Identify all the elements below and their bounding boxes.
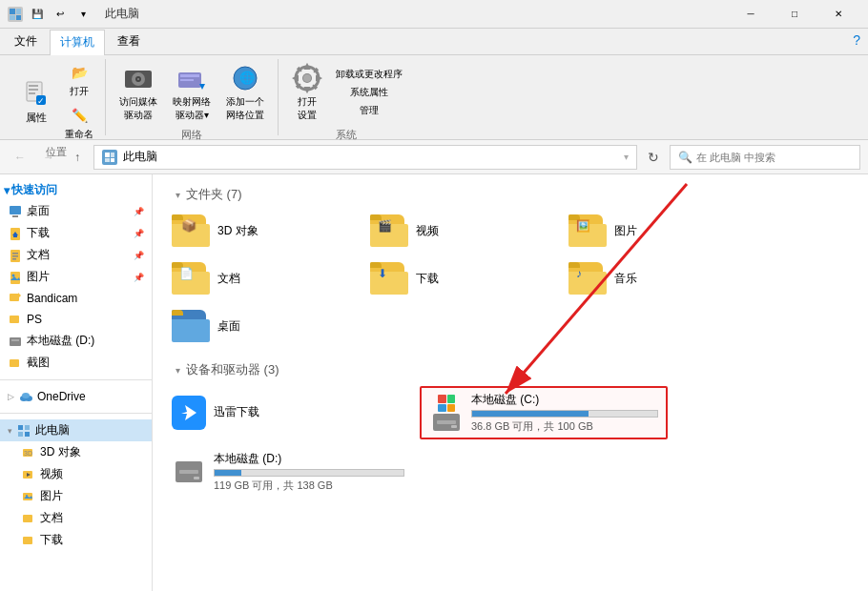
location-group-items: ✓ 属性 📂 打开 ✏️ 重命名 bbox=[15, 59, 97, 143]
pictures2-sidebar-label: 图片 bbox=[40, 488, 144, 504]
sidebar-item-screenshot[interactable]: 截图 bbox=[0, 352, 152, 374]
sidebar-item-ps[interactable]: PS bbox=[0, 309, 152, 330]
svg-rect-1 bbox=[16, 9, 21, 14]
sidebar-item-desktop[interactable]: 桌面 📌 bbox=[0, 200, 152, 222]
folder-desktop-label: 桌面 bbox=[217, 318, 240, 335]
address-dropdown-icon[interactable]: ▾ bbox=[624, 152, 629, 162]
svg-rect-39 bbox=[10, 294, 19, 301]
svg-rect-24 bbox=[111, 153, 114, 157]
folder-item-dl[interactable]: ⬇ 下载 bbox=[362, 258, 553, 298]
close-button[interactable]: ✕ bbox=[816, 0, 860, 29]
sidebar-item-bandicam[interactable]: Bandicam bbox=[0, 288, 152, 309]
up-button[interactable]: ↑ bbox=[65, 145, 90, 170]
svg-marker-40 bbox=[18, 293, 21, 298]
local-d-bar bbox=[215, 470, 241, 476]
sidebar-item-downloads2[interactable]: 下载 bbox=[0, 529, 152, 551]
forward-button[interactable]: → bbox=[36, 145, 61, 170]
qat-customize[interactable]: ▾ bbox=[72, 4, 93, 25]
sidebar-item-this-pc[interactable]: ▾ 此电脑 bbox=[0, 419, 152, 441]
map-network-button[interactable]: 映射网络 驱动器▾ bbox=[167, 59, 217, 126]
svg-rect-33 bbox=[12, 253, 18, 255]
folders-chevron[interactable]: ▾ bbox=[176, 190, 180, 200]
svg-rect-5 bbox=[29, 85, 38, 87]
properties-button[interactable]: ✓ 属性 bbox=[15, 74, 57, 129]
sys-props-button[interactable]: 系统属性 bbox=[332, 84, 406, 101]
device-item-xunlei[interactable]: 迅雷下载 bbox=[164, 386, 412, 439]
devices-chevron[interactable]: ▾ bbox=[176, 365, 180, 376]
pin-icon-pictures: 📌 bbox=[134, 273, 144, 282]
pictures-sidebar-label: 图片 bbox=[27, 269, 128, 285]
rename-label: 重命名 bbox=[65, 128, 93, 141]
app-icon bbox=[8, 7, 23, 22]
folder-item-pic[interactable]: 🖼️ 图片 bbox=[561, 211, 752, 251]
minimize-button[interactable]: ─ bbox=[729, 0, 773, 29]
titlebar-title: 此电脑 bbox=[105, 6, 139, 22]
folder-item-doc[interactable]: 📄 文档 bbox=[164, 258, 355, 298]
device-item-local-d[interactable]: 本地磁盘 (D:) 119 GB 可用，共 138 GB bbox=[164, 447, 412, 497]
svg-rect-51 bbox=[25, 432, 30, 437]
refresh-button[interactable]: ↻ bbox=[641, 145, 666, 170]
sidebar: ▾ 快速访问 桌面 📌 下载 📌 文档 📌 图片 📌 bbox=[0, 174, 153, 591]
manage-button[interactable]: 管理 bbox=[332, 102, 406, 119]
folder-item-music[interactable]: ♪ 音乐 bbox=[561, 258, 752, 298]
svg-point-37 bbox=[12, 274, 15, 276]
access-media-button[interactable]: 访问媒体 驱动器 bbox=[114, 59, 163, 126]
device-item-local-c[interactable]: 本地磁盘 (C:) 36.8 GB 可用，共 100 GB bbox=[420, 386, 668, 439]
folder-item-3d[interactable]: 📦 3D 对象 bbox=[164, 211, 355, 251]
sidebar-item-videos[interactable]: 视频 bbox=[0, 463, 152, 485]
documents2-sidebar-label: 文档 bbox=[40, 510, 144, 526]
qat-undo[interactable]: ↩ bbox=[50, 4, 71, 25]
onedrive-icon bbox=[18, 389, 33, 404]
ribbon-help-button[interactable]: ? bbox=[853, 32, 860, 48]
onedrive-chevron: ▷ bbox=[8, 392, 14, 401]
dl-overlay-icon: ⬇ bbox=[378, 267, 387, 280]
sidebar-item-downloads[interactable]: 下载 📌 bbox=[0, 222, 152, 244]
ribbon: 文件 计算机 查看 ? ✓ 属性 📂 打开 ✏️ bbox=[0, 29, 868, 140]
xunlei-icon bbox=[172, 396, 206, 430]
search-icon: 🔍 bbox=[678, 151, 692, 164]
address-bar[interactable]: 此电脑 ▾ bbox=[93, 145, 637, 170]
manage-label: 管理 bbox=[360, 104, 379, 117]
sidebar-section-quick-access: ▾ 快速访问 桌面 📌 下载 📌 文档 📌 图片 📌 bbox=[0, 178, 152, 376]
sidebar-item-documents[interactable]: 文档 📌 bbox=[0, 244, 152, 266]
local-c-info: 本地磁盘 (C:) 36.8 GB 可用，共 100 GB bbox=[471, 392, 658, 434]
pictures-sidebar-icon bbox=[8, 270, 23, 285]
sidebar-item-pictures2[interactable]: 图片 bbox=[0, 485, 152, 507]
search-input[interactable] bbox=[696, 152, 852, 163]
sidebar-item-3d-objects[interactable]: 3D 3D 对象 bbox=[0, 441, 152, 463]
add-location-button[interactable]: 🌐 添加一个 网络位置 bbox=[220, 59, 270, 126]
folder-item-desktop[interactable]: 桌面 bbox=[164, 306, 355, 346]
maximize-button[interactable]: □ bbox=[773, 0, 816, 29]
folder-item-video[interactable]: 🎬 视频 bbox=[362, 211, 553, 251]
folder-video-icon: 🎬 bbox=[370, 214, 408, 247]
tab-view[interactable]: 查看 bbox=[107, 29, 151, 54]
svg-rect-23 bbox=[105, 153, 110, 157]
rename-button[interactable]: ✏️ 重命名 bbox=[61, 102, 97, 143]
folders-section-header: ▾ 文件夹 (7) bbox=[164, 186, 857, 203]
folder-dl-label: 下载 bbox=[416, 271, 439, 287]
uninstall-button[interactable]: 卸载或更改程序 bbox=[332, 66, 406, 83]
sidebar-item-onedrive[interactable]: ▷ OneDrive bbox=[0, 386, 152, 407]
sidebar-item-local-d[interactable]: 本地磁盘 (D:) bbox=[0, 330, 152, 352]
search-box[interactable]: 🔍 bbox=[670, 145, 860, 170]
3d-objects-icon: 3D bbox=[21, 445, 36, 460]
tab-file[interactable]: 文件 bbox=[4, 29, 48, 54]
sidebar-item-pictures[interactable]: 图片 📌 bbox=[0, 266, 152, 288]
sidebar-item-documents2[interactable]: 文档 bbox=[0, 507, 152, 529]
local-d-content-icon bbox=[172, 455, 206, 489]
svg-rect-28 bbox=[12, 215, 18, 217]
quick-access-header[interactable]: ▾ 快速访问 bbox=[0, 180, 152, 200]
downloads-sidebar-label: 下载 bbox=[27, 225, 128, 241]
folder-3d-label: 3D 对象 bbox=[217, 223, 258, 239]
open-button[interactable]: 📂 打开 bbox=[61, 59, 97, 100]
local-d-content-name: 本地磁盘 (D:) bbox=[214, 451, 404, 467]
tab-computer[interactable]: 计算机 bbox=[50, 30, 105, 55]
devices-section-header: ▾ 设备和驱动器 (3) bbox=[164, 361, 857, 378]
svg-rect-25 bbox=[105, 158, 110, 162]
svg-rect-0 bbox=[10, 9, 15, 14]
documents-sidebar-icon bbox=[8, 248, 23, 263]
back-button[interactable]: ← bbox=[8, 145, 32, 170]
svg-rect-6 bbox=[29, 89, 38, 91]
qat-save[interactable]: 💾 bbox=[27, 4, 48, 25]
open-settings-button[interactable]: 打开 设置 bbox=[286, 59, 328, 126]
